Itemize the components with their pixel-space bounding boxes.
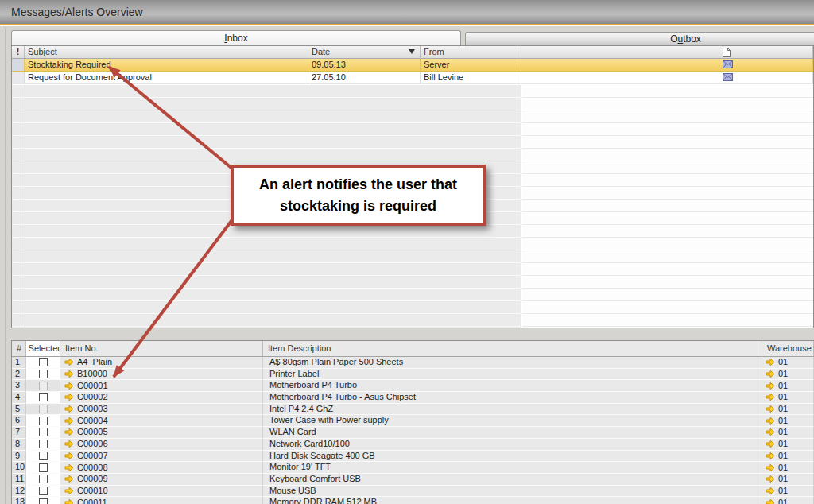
num-column-header[interactable]: # xyxy=(12,341,26,356)
link-arrow-icon[interactable] xyxy=(64,487,74,495)
row-number: 1 xyxy=(12,357,26,369)
item-no: C00009 xyxy=(77,474,108,484)
subject-column-header[interactable]: Subject xyxy=(25,46,308,58)
table-row: 3C00001Motherboard P4 Turbo01 xyxy=(12,380,814,392)
item-description: Network Card10/100 xyxy=(263,439,762,451)
message-from: Server xyxy=(421,59,521,71)
row-checkbox[interactable] xyxy=(39,440,48,448)
item-no-cell: C00003 xyxy=(60,404,263,416)
link-arrow-icon[interactable] xyxy=(766,417,775,425)
link-arrow-icon[interactable] xyxy=(766,452,775,460)
item-description: Memory DDR RAM 512 MB xyxy=(263,497,762,504)
link-arrow-icon[interactable] xyxy=(766,475,775,483)
annotation-callout: An alert notifies the user that stocktak… xyxy=(231,165,486,226)
warehouse-cell: 01 xyxy=(762,369,814,381)
message-date: 27.05.10 xyxy=(308,72,421,83)
envelope-icon[interactable] xyxy=(723,73,733,81)
link-arrow-icon[interactable] xyxy=(766,463,775,472)
row-checkbox[interactable] xyxy=(39,487,48,495)
item-no: C00002 xyxy=(77,392,108,402)
row-checkbox[interactable] xyxy=(39,463,48,472)
row-checkbox[interactable] xyxy=(39,475,48,483)
warehouse-code: 01 xyxy=(778,498,788,504)
link-arrow-icon[interactable] xyxy=(766,487,775,495)
table-row: 7C00005WLAN Card01 xyxy=(12,427,814,439)
window-title: Messages/Alerts Overview xyxy=(11,6,143,18)
row-checkbox[interactable] xyxy=(39,498,48,504)
row-checkbox[interactable] xyxy=(39,428,48,436)
row-number: 8 xyxy=(12,439,26,451)
item-no-column-header[interactable]: Item No. xyxy=(60,341,263,356)
link-arrow-icon[interactable] xyxy=(64,475,74,483)
warehouse-cell: 01 xyxy=(762,415,814,427)
link-arrow-icon[interactable] xyxy=(766,498,775,504)
item-no-cell: C00002 xyxy=(60,392,263,404)
date-column-header[interactable]: Date xyxy=(308,46,421,58)
item-description-column-header[interactable]: Item Description xyxy=(263,341,762,356)
link-arrow-icon[interactable] xyxy=(64,440,74,448)
link-arrow-icon[interactable] xyxy=(64,428,74,436)
sort-descending-icon[interactable] xyxy=(409,49,415,54)
selected-cell xyxy=(26,474,60,486)
from-column-header[interactable]: From xyxy=(421,46,521,58)
row-checkbox[interactable] xyxy=(39,393,48,401)
row-number: 10 xyxy=(12,462,26,474)
link-arrow-icon[interactable] xyxy=(64,393,74,401)
warehouse-cell: 01 xyxy=(762,427,814,439)
row-number: 2 xyxy=(12,369,26,381)
tab-outbox[interactable]: Outbox xyxy=(465,32,814,45)
link-arrow-icon[interactable] xyxy=(64,382,74,390)
row-checkbox[interactable] xyxy=(39,417,48,425)
window-titlebar[interactable]: Messages/Alerts Overview xyxy=(0,0,814,24)
row-number: 9 xyxy=(12,451,26,463)
selected-cell xyxy=(26,451,60,463)
warehouse-column-header[interactable]: Warehouse Code xyxy=(762,341,814,356)
item-no-cell: A4_Plain xyxy=(60,357,263,369)
row-checkbox[interactable] xyxy=(39,452,48,460)
priority-cell[interactable] xyxy=(12,59,25,71)
link-arrow-icon[interactable] xyxy=(64,358,74,366)
link-arrow-icon[interactable] xyxy=(64,370,74,378)
item-no-cell: C00008 xyxy=(60,462,263,474)
inbox-row-stocktaking[interactable]: Stocktaking Required 09.05.13 Server xyxy=(12,59,813,72)
warehouse-code: 01 xyxy=(778,392,788,402)
selected-column-header[interactable]: Selected xyxy=(26,341,60,356)
warehouse-cell: 01 xyxy=(762,357,814,369)
item-no-cell: C00007 xyxy=(60,451,263,463)
item-description: WLAN Card xyxy=(263,427,762,439)
tab-inbox[interactable]: Inbox xyxy=(11,30,461,45)
row-checkbox xyxy=(39,382,48,390)
priority-cell[interactable] xyxy=(12,72,25,83)
item-no-cell: C00011 xyxy=(60,497,263,504)
attachment-column-header[interactable] xyxy=(521,46,813,58)
message-subject[interactable]: Request for Document Approval xyxy=(25,72,308,83)
row-checkbox[interactable] xyxy=(39,370,48,378)
selected-cell xyxy=(26,439,60,451)
row-number: 3 xyxy=(12,380,26,392)
link-arrow-icon[interactable] xyxy=(64,452,74,460)
priority-column-header[interactable]: ! xyxy=(12,46,25,58)
link-arrow-icon[interactable] xyxy=(766,358,775,366)
link-arrow-icon[interactable] xyxy=(766,428,775,436)
link-arrow-icon[interactable] xyxy=(766,382,775,390)
stocktaking-items-table: # Selected Item No. Item Description War… xyxy=(11,340,814,504)
link-arrow-icon[interactable] xyxy=(766,393,775,401)
link-arrow-icon[interactable] xyxy=(64,417,74,425)
item-description: Keyboard Comfort USB xyxy=(263,474,762,486)
row-checkbox[interactable] xyxy=(39,358,48,366)
message-from: Bill Levine xyxy=(421,72,521,83)
link-arrow-icon[interactable] xyxy=(766,370,775,378)
warehouse-code: 01 xyxy=(778,427,788,437)
link-arrow-icon[interactable] xyxy=(64,405,74,413)
link-arrow-icon[interactable] xyxy=(64,463,74,472)
link-arrow-icon[interactable] xyxy=(766,440,775,448)
warehouse-code: 01 xyxy=(778,357,788,367)
inbox-row-doc-approval[interactable]: Request for Document Approval 27.05.10 B… xyxy=(12,72,813,84)
link-arrow-icon[interactable] xyxy=(64,498,74,504)
envelope-icon[interactable] xyxy=(723,60,733,68)
table-row: 10C00008Monitor 19' TFT01 xyxy=(12,462,814,474)
link-arrow-icon[interactable] xyxy=(766,405,775,413)
message-subject[interactable]: Stocktaking Required xyxy=(25,59,308,71)
row-number: 13 xyxy=(12,497,26,504)
warehouse-code: 01 xyxy=(778,416,788,426)
